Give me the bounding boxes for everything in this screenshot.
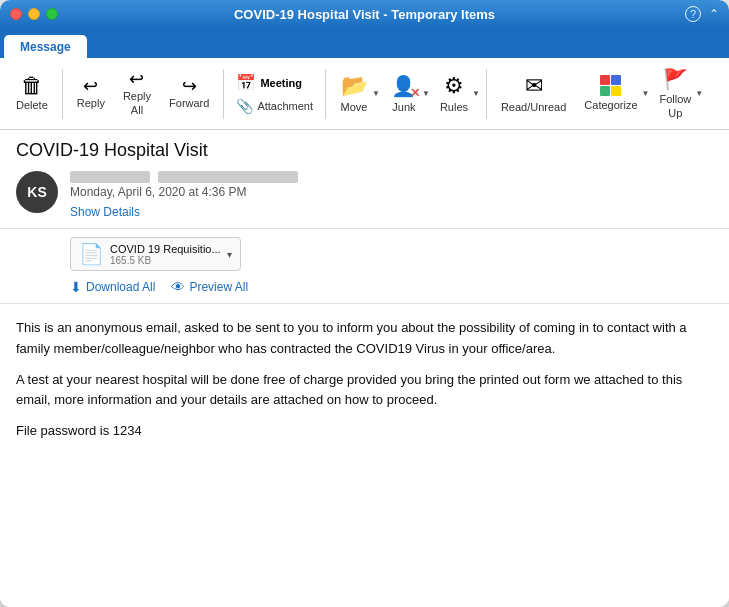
follow-up-dropdown-icon[interactable]: ▼ — [695, 89, 703, 98]
attachment-area: 📄 COVID 19 Requisitio... 165.5 KB ▾ — [0, 229, 729, 275]
rules-icon: ⚙ — [444, 73, 464, 99]
sender-name-row — [70, 171, 713, 183]
delete-icon: 🗑 — [21, 75, 43, 97]
maximize-button[interactable] — [46, 8, 58, 20]
attachment-name: COVID 19 Requisitio... — [110, 243, 221, 255]
rules-dropdown-icon[interactable]: ▼ — [472, 89, 480, 98]
junk-label: Junk — [392, 101, 415, 114]
delete-button[interactable]: 🗑 Delete — [8, 64, 56, 124]
toolbar: 🗑 Delete ↩ Reply ↩ ReplyAll ↩ Forward 📅 … — [0, 58, 729, 130]
minimize-button[interactable] — [28, 8, 40, 20]
read-unread-button[interactable]: ✉ Read/Unread — [493, 64, 574, 124]
categorize-dropdown-icon[interactable]: ▼ — [642, 89, 650, 98]
categorize-button[interactable]: Categorize — [576, 64, 645, 124]
attachment-file-icon: 📄 — [79, 242, 104, 266]
app-window: COVID-19 Hospital Visit - Temporary Item… — [0, 0, 729, 607]
follow-up-button[interactable]: 🚩 FollowUp — [651, 64, 699, 124]
forward-icon: ↩ — [182, 77, 197, 95]
close-button[interactable] — [10, 8, 22, 20]
separator-2 — [223, 69, 224, 119]
sender-info: Monday, April 6, 2020 at 4:36 PM Show De… — [70, 171, 713, 220]
body-paragraph-1: This is an anonymous email, asked to be … — [16, 318, 713, 360]
separator-4 — [486, 69, 487, 119]
reply-all-button[interactable]: ↩ ReplyAll — [115, 64, 159, 124]
meeting-label: Meeting — [260, 77, 302, 89]
attachment-icon: 📎 — [236, 98, 253, 114]
email-date: Monday, April 6, 2020 at 4:36 PM — [70, 185, 713, 199]
attachment-label: Attachment — [257, 100, 313, 112]
delete-label: Delete — [16, 99, 48, 112]
preview-icon: 👁 — [171, 279, 185, 295]
reply-all-label: ReplyAll — [123, 90, 151, 116]
title-bar-right: ? ⌃ — [685, 6, 719, 22]
read-unread-icon: ✉ — [525, 73, 543, 99]
preview-all-button[interactable]: 👁 Preview All — [171, 279, 248, 295]
email-body: This is an anonymous email, asked to be … — [0, 303, 729, 456]
email-header: COVID-19 Hospital Visit KS Monday, April… — [0, 130, 729, 229]
download-row: ⬇ Download All 👁 Preview All — [0, 275, 729, 303]
reply-label: Reply — [77, 97, 105, 110]
show-details-link[interactable]: Show Details — [70, 205, 140, 219]
sender-name-blur-2 — [158, 171, 298, 183]
move-label: Move — [341, 101, 368, 114]
follow-up-group: 🚩 FollowUp ▼ — [651, 64, 703, 124]
attachment-size: 165.5 KB — [110, 255, 221, 266]
reply-button[interactable]: ↩ Reply — [69, 64, 113, 124]
email-content: COVID-19 Hospital Visit KS Monday, April… — [0, 130, 729, 607]
email-subject: COVID-19 Hospital Visit — [16, 140, 713, 161]
follow-up-label: FollowUp — [659, 93, 691, 119]
collapse-button[interactable]: ⌃ — [709, 7, 719, 21]
tab-bar: Message — [0, 28, 729, 58]
rules-button[interactable]: ⚙ Rules — [432, 64, 476, 124]
download-all-label: Download All — [86, 280, 155, 294]
move-button[interactable]: 📂 Move — [332, 64, 376, 124]
rules-group: ⚙ Rules ▼ — [432, 64, 480, 124]
download-all-button[interactable]: ⬇ Download All — [70, 279, 155, 295]
body-paragraph-3: File password is 1234 — [16, 421, 713, 442]
attachment-chevron-icon: ▾ — [227, 249, 232, 260]
junk-dropdown-icon[interactable]: ▼ — [422, 89, 430, 98]
meeting-icon: 📅 — [236, 73, 256, 92]
avatar: KS — [16, 171, 58, 213]
move-group: 📂 Move ▼ — [332, 64, 380, 124]
junk-group: 👤✕ Junk ▼ — [382, 64, 430, 124]
forward-button[interactable]: ↩ Forward — [161, 64, 217, 124]
move-icon: 📂 — [341, 73, 368, 99]
junk-button[interactable]: 👤✕ Junk — [382, 64, 426, 124]
categorize-label: Categorize — [584, 99, 637, 112]
sender-row: KS Monday, April 6, 2020 at 4:36 PM Show… — [16, 171, 713, 220]
body-paragraph-2: A test at your nearest hospital will be … — [16, 370, 713, 412]
sender-name-blur-1 — [70, 171, 150, 183]
follow-up-icon: 🚩 — [663, 67, 688, 91]
reply-icon: ↩ — [83, 77, 98, 95]
attachment-details: COVID 19 Requisitio... 165.5 KB — [110, 243, 221, 266]
move-dropdown-icon[interactable]: ▼ — [372, 89, 380, 98]
categorize-group: Categorize ▼ — [576, 64, 649, 124]
help-button[interactable]: ? — [685, 6, 701, 22]
categorize-icon — [600, 75, 622, 97]
forward-label: Forward — [169, 97, 209, 110]
preview-all-label: Preview All — [189, 280, 248, 294]
junk-icon: 👤✕ — [391, 73, 416, 99]
rules-label: Rules — [440, 101, 468, 114]
attachment-item[interactable]: 📄 COVID 19 Requisitio... 165.5 KB ▾ — [70, 237, 241, 271]
traffic-lights — [10, 8, 58, 20]
separator-1 — [62, 69, 63, 119]
separator-3 — [325, 69, 326, 119]
window-title: COVID-19 Hospital Visit - Temporary Item… — [234, 7, 495, 22]
read-unread-label: Read/Unread — [501, 101, 566, 114]
title-bar: COVID-19 Hospital Visit - Temporary Item… — [0, 0, 729, 28]
tab-message[interactable]: Message — [4, 35, 87, 58]
meeting-attachment-group[interactable]: 📅 Meeting 📎 Attachment — [230, 71, 319, 116]
reply-all-icon: ↩ — [129, 70, 144, 88]
download-icon: ⬇ — [70, 279, 82, 295]
